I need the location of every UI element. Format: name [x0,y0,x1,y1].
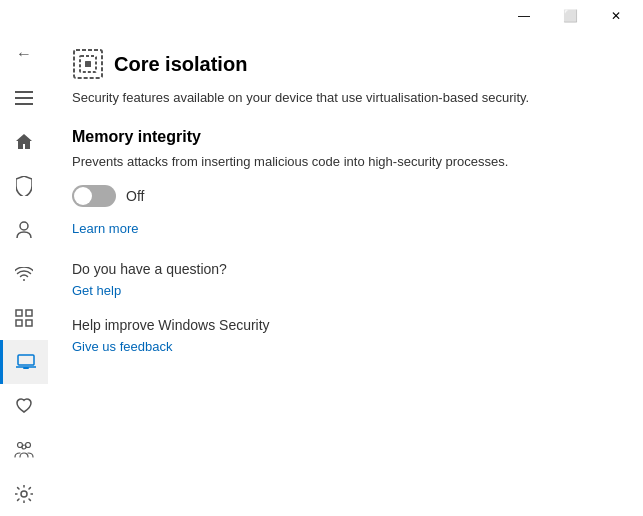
minimize-button[interactable]: — [501,0,547,32]
svg-rect-5 [26,310,32,316]
laptop-icon [16,354,36,370]
improve-title: Help improve Windows Security [72,317,611,333]
titlebar: — ⬜ ✕ [0,0,643,32]
svg-rect-4 [16,310,22,316]
page-header: Core isolation [72,48,611,80]
home-icon [15,133,33,151]
svg-rect-8 [18,355,34,365]
svg-rect-16 [85,61,91,67]
heart-icon [15,398,33,414]
memory-integrity-description: Prevents attacks from inserting maliciou… [72,152,611,172]
hamburger-icon [15,91,33,105]
sidebar-item-shield[interactable] [0,164,48,208]
shield-icon [16,176,32,196]
svg-point-13 [21,491,27,497]
svg-rect-1 [15,97,33,99]
svg-point-3 [20,222,28,230]
page-subtitle: Security features available on your devi… [72,88,611,108]
sidebar-item-account[interactable] [0,208,48,252]
app-container: ← [0,32,643,516]
learn-more-link[interactable]: Learn more [72,221,138,236]
sidebar-item-network[interactable] [0,252,48,296]
gear-icon [15,485,33,503]
get-help-link[interactable]: Get help [72,283,121,298]
core-isolation-icon [72,48,104,80]
sidebar-item-device[interactable] [0,340,48,384]
sidebar-item-menu[interactable] [0,76,48,120]
sidebar: ← [0,32,48,516]
app-icon [15,309,33,327]
help-question: Do you have a question? [72,261,611,277]
page-title: Core isolation [114,53,247,76]
wifi-icon [15,267,33,281]
toggle-row: Off [72,185,611,207]
sidebar-item-home[interactable] [0,120,48,164]
memory-integrity-section: Memory integrity Prevents attacks from i… [72,128,611,238]
svg-rect-2 [15,103,33,105]
person-icon [16,221,32,239]
svg-rect-7 [26,320,32,326]
memory-integrity-title: Memory integrity [72,128,611,146]
sidebar-item-family[interactable] [0,428,48,472]
maximize-button[interactable]: ⬜ [547,0,593,32]
main-content: Core isolation Security features availab… [48,32,643,516]
toggle-label: Off [126,188,144,204]
sidebar-item-app[interactable] [0,296,48,340]
svg-point-12 [22,445,26,449]
memory-integrity-toggle[interactable] [72,185,116,207]
svg-rect-0 [15,91,33,93]
sidebar-item-settings[interactable] [0,472,48,516]
svg-rect-9 [23,367,29,369]
close-button[interactable]: ✕ [593,0,639,32]
help-section: Do you have a question? Get help Help im… [72,261,611,355]
sidebar-item-health[interactable] [0,384,48,428]
give-feedback-link[interactable]: Give us feedback [72,339,172,354]
family-icon [14,442,34,458]
svg-rect-6 [16,320,22,326]
back-icon: ← [16,45,32,63]
sidebar-item-back[interactable]: ← [0,32,48,76]
